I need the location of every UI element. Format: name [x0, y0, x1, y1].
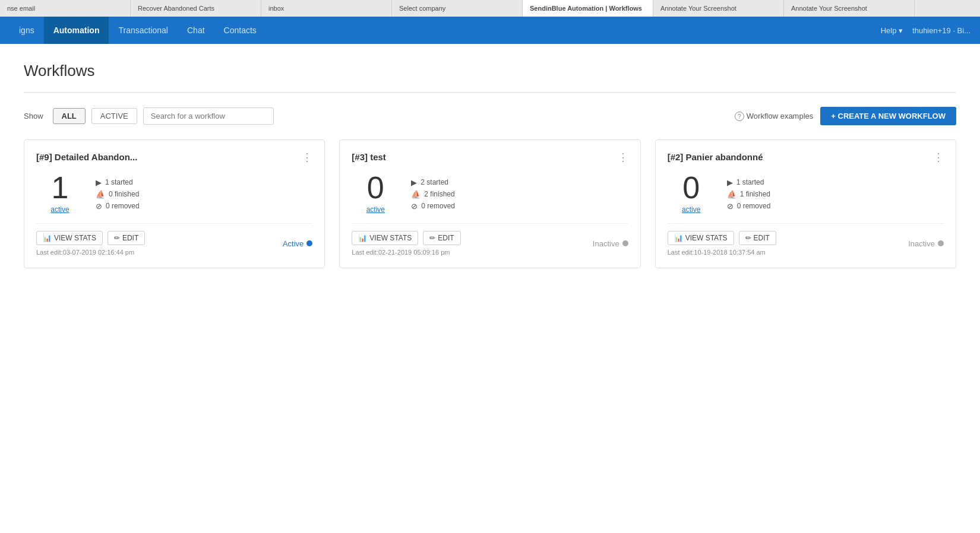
stat-row-1-2: ⊘ 0 removed	[96, 202, 140, 211]
stat-removed-3: 0 removed	[737, 202, 771, 210]
chart-icon-2: 📊	[358, 234, 367, 242]
finished-icon-3: ⛵	[727, 190, 736, 199]
count-label-3[interactable]: active	[682, 205, 700, 214]
started-icon-3: ▶	[727, 178, 733, 187]
nav-item-chat[interactable]: Chat	[178, 17, 214, 44]
card-footer-2: 📊 VIEW STATS ✏ EDIT Last edit:02-21-2019…	[352, 223, 628, 256]
footer-actions-3: 📊 VIEW STATS ✏ EDIT	[668, 231, 776, 245]
card-stats-3: ▶ 1 started ⛵ 1 finished ⊘ 0 removed	[727, 175, 771, 214]
card-menu-icon-3[interactable]: ⋮	[933, 152, 944, 163]
navbar: igns Automation Transactional Chat Conta…	[0, 17, 980, 44]
browser-tab-2[interactable]: Recover Abandoned Carts	[131, 0, 261, 17]
status-text-1: Active	[283, 239, 304, 248]
browser-tab-3[interactable]: inbox	[261, 0, 392, 17]
stat-removed-2: 0 removed	[421, 202, 455, 210]
last-edit-2: Last edit:02-21-2019 05:09:16 pm	[352, 249, 460, 256]
card-count-2: 0 active	[352, 172, 399, 214]
nav-item-campaigns[interactable]: igns	[10, 17, 44, 44]
page-content: Workflows Show ALL ACTIVE ? Workflow exa…	[0, 44, 980, 286]
status-badge-2: Inactive	[593, 239, 628, 248]
status-dot-1	[306, 240, 312, 246]
nav-item-contacts[interactable]: Contacts	[214, 17, 266, 44]
status-text-3: Inactive	[908, 239, 935, 248]
stat-row-2-1: ⛵ 2 finished	[411, 190, 455, 199]
stat-row-2-2: ⊘ 0 removed	[411, 202, 455, 211]
chart-icon-1: 📊	[43, 234, 52, 242]
workflow-card-1: [#9] Detailed Abandon... ⋮ 1 active ▶ 1 …	[24, 139, 325, 268]
stat-row-1-1: ⛵ 0 finished	[96, 190, 140, 199]
removed-icon-3: ⊘	[727, 202, 734, 211]
navbar-right: Help ▾ thuhien+19 · Bi...	[881, 26, 970, 35]
removed-icon-1: ⊘	[96, 202, 102, 211]
browser-tab-6[interactable]: Annotate Your Screenshot	[653, 0, 784, 17]
finished-icon-2: ⛵	[411, 190, 421, 199]
card-header-3: [#2] Panier abandonné ⋮	[668, 152, 944, 163]
user-menu[interactable]: thuhien+19 · Bi...	[912, 26, 970, 35]
card-count-3: 0 active	[668, 172, 715, 214]
filter-active-button[interactable]: ACTIVE	[91, 108, 137, 124]
browser-tab-7[interactable]: Annotate Your Screenshot	[784, 0, 915, 17]
search-input[interactable]	[143, 107, 274, 125]
finished-icon-1: ⛵	[96, 190, 105, 199]
footer-left-3: 📊 VIEW STATS ✏ EDIT Last edit:10-19-2018…	[668, 231, 776, 256]
stat-row-1-0: ▶ 1 started	[96, 178, 140, 187]
help-link[interactable]: Help ▾	[881, 26, 903, 35]
status-text-2: Inactive	[593, 239, 619, 248]
filter-all-button[interactable]: ALL	[53, 108, 86, 124]
card-stats-1: ▶ 1 started ⛵ 0 finished ⊘ 0 removed	[96, 175, 140, 214]
started-icon-2: ▶	[411, 178, 417, 187]
footer-actions-2: 📊 VIEW STATS ✏ EDIT	[352, 231, 460, 245]
last-edit-3: Last edit:10-19-2018 10:37:54 am	[668, 249, 776, 256]
edit-button-2[interactable]: ✏ EDIT	[423, 231, 460, 245]
divider	[24, 92, 956, 93]
status-badge-3: Inactive	[908, 239, 944, 248]
card-title-3: [#2] Panier abandonné	[668, 152, 763, 162]
browser-tab-4[interactable]: Select company	[392, 0, 523, 17]
removed-icon-2: ⊘	[411, 202, 418, 211]
workflow-card-3: [#2] Panier abandonné ⋮ 0 active ▶ 1 sta…	[655, 139, 956, 268]
count-label-2[interactable]: active	[366, 205, 385, 214]
card-body-3: 0 active ▶ 1 started ⛵ 1 finished ⊘ 0 re…	[668, 172, 944, 214]
browser-tabs: nse email Recover Abandoned Carts inbox …	[0, 0, 980, 17]
view-stats-button-3[interactable]: 📊 VIEW STATS	[668, 231, 734, 245]
card-count-1: 1 active	[36, 172, 84, 214]
footer-actions-1: 📊 VIEW STATS ✏ EDIT	[36, 231, 145, 245]
view-stats-button-2[interactable]: 📊 VIEW STATS	[352, 231, 418, 245]
pencil-icon-1: ✏	[114, 234, 120, 242]
card-footer-3: 📊 VIEW STATS ✏ EDIT Last edit:10-19-2018…	[668, 223, 944, 256]
filter-bar: Show ALL ACTIVE ? Workflow examples + CR…	[24, 107, 956, 125]
workflow-examples-label: Workflow examples	[747, 112, 813, 120]
stat-removed-1: 0 removed	[106, 202, 140, 210]
show-label: Show	[24, 112, 43, 120]
count-number-3: 0	[682, 172, 700, 203]
stat-started-2: 2 started	[421, 178, 448, 186]
count-label-1[interactable]: active	[50, 205, 69, 214]
workflows-grid: [#9] Detailed Abandon... ⋮ 1 active ▶ 1 …	[24, 139, 956, 268]
nav-item-automation[interactable]: Automation	[44, 17, 109, 44]
stat-finished-2: 2 finished	[424, 190, 454, 198]
view-stats-button-1[interactable]: 📊 VIEW STATS	[36, 231, 103, 245]
stat-started-1: 1 started	[105, 178, 133, 186]
stat-row-2-0: ▶ 2 started	[411, 178, 455, 187]
edit-button-3[interactable]: ✏ EDIT	[739, 231, 776, 245]
card-menu-icon-2[interactable]: ⋮	[618, 152, 628, 163]
workflow-examples-link[interactable]: ? Workflow examples	[735, 112, 813, 121]
card-stats-2: ▶ 2 started ⛵ 2 finished ⊘ 0 removed	[411, 175, 455, 214]
stat-finished-1: 0 finished	[109, 190, 139, 198]
footer-left-2: 📊 VIEW STATS ✏ EDIT Last edit:02-21-2019…	[352, 231, 460, 256]
browser-tab-1[interactable]: nse email	[0, 0, 131, 17]
pencil-icon-2: ✏	[429, 234, 435, 242]
browser-tab-5[interactable]: SendinBlue Automation | Workflows	[523, 0, 653, 17]
create-workflow-button[interactable]: + CREATE A NEW WORKFLOW	[820, 107, 956, 125]
card-footer-1: 📊 VIEW STATS ✏ EDIT Last edit:03-07-2019…	[36, 223, 312, 256]
card-title-1: [#9] Detailed Abandon...	[36, 152, 137, 162]
started-icon-1: ▶	[96, 178, 102, 187]
card-title-2: [#3] test	[352, 152, 386, 162]
stat-row-3-1: ⛵ 1 finished	[727, 190, 771, 199]
card-header-1: [#9] Detailed Abandon... ⋮	[36, 152, 312, 163]
chart-icon-3: 📊	[674, 234, 683, 242]
edit-button-1[interactable]: ✏ EDIT	[108, 231, 145, 245]
card-menu-icon-1[interactable]: ⋮	[302, 152, 312, 163]
nav-item-transactional[interactable]: Transactional	[109, 17, 178, 44]
card-body-2: 0 active ▶ 2 started ⛵ 2 finished ⊘ 0 re…	[352, 172, 628, 214]
